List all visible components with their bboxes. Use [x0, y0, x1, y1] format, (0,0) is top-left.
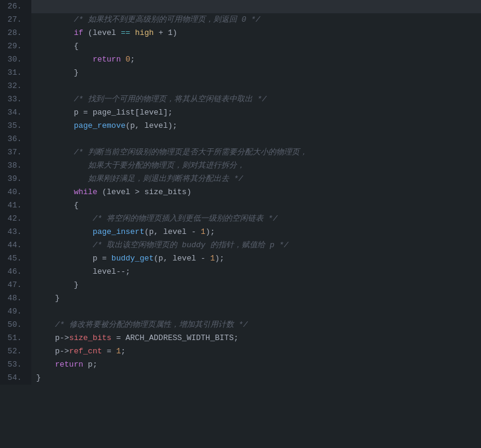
line-number: 54.	[0, 371, 31, 385]
line-content: level--;	[31, 265, 481, 279]
code-line: 39. 如果刚好满足，则退出判断将其分配出去 */	[0, 172, 481, 186]
line-number: 30.	[0, 53, 31, 66]
code-line: 48. }	[0, 292, 481, 305]
token-c-plain: ;	[121, 347, 125, 356]
token-c-plain: = ARCH_ADDRESS_WIDTH_BITS;	[112, 333, 239, 342]
line-content: /* 取出该空闲物理页的 buddy 的指针，赋值给 p */	[31, 239, 481, 252]
token-c-high: high	[135, 28, 154, 37]
token-c-plain: (p, level);	[125, 121, 177, 130]
token-c-comment: /* 判断当前空闲级别的物理页是否大于所需要分配大小的物理页，	[74, 148, 307, 157]
code-line: 31. }	[0, 66, 481, 80]
token-c-plain: level--;	[93, 267, 130, 276]
line-content: while (level > size_bits)	[31, 186, 481, 199]
line-content: {	[31, 40, 481, 53]
line-number: 27.	[0, 13, 31, 27]
code-line: 43. page_insert(p, level - 1);	[0, 226, 481, 239]
line-number: 52.	[0, 345, 31, 358]
line-content: p = page_list[level];	[31, 106, 481, 119]
token-c-func: buddy_get	[112, 254, 154, 263]
line-number: 49.	[0, 305, 31, 318]
token-c-comment: 如果刚好满足，则退出判断将其分配出去 */	[88, 174, 243, 183]
code-line: 50. /* 修改将要被分配的物理页属性，增加其引用计数 */	[0, 318, 481, 332]
line-number: 37.	[0, 146, 31, 159]
line-content: /* 将空闲的物理页插入到更低一级别的空闲链表 */	[31, 212, 481, 226]
token-c-plain: );	[206, 227, 215, 236]
token-c-plain: =	[102, 347, 116, 356]
token-c-plain: {	[74, 42, 78, 51]
line-number: 31.	[0, 66, 31, 80]
line-number: 28.	[0, 27, 31, 40]
code-line: 26.	[0, 0, 481, 13]
line-content: if (level == high + 1)	[31, 27, 481, 40]
code-line: 42. /* 将空闲的物理页插入到更低一级别的空闲链表 */	[0, 212, 481, 226]
token-c-func: page_insert	[93, 227, 145, 236]
line-content	[31, 305, 481, 318]
token-c-plain: }	[55, 294, 60, 303]
line-content: }	[31, 292, 481, 305]
token-c-comment: /* 取出该空闲物理页的 buddy 的指针，赋值给 p */	[93, 241, 289, 250]
code-line: 30. return 0;	[0, 53, 481, 66]
token-c-plain: (level > size_bits)	[97, 188, 191, 197]
code-line: 38. 如果大于要分配的物理页，则对其进行拆分，	[0, 159, 481, 172]
line-number: 26.	[0, 0, 31, 13]
code-line: 52. p->ref_cnt = 1;	[0, 345, 481, 358]
line-number: 32.	[0, 80, 31, 93]
token-c-plain: }	[74, 68, 78, 77]
code-line: 41. {	[0, 199, 481, 212]
code-line: 35. page_remove(p, level);	[0, 119, 481, 133]
line-content: /* 判断当前空闲级别的物理页是否大于所需要分配大小的物理页，	[31, 146, 481, 159]
code-line: 28. if (level == high + 1)	[0, 27, 481, 40]
line-content: }	[31, 279, 481, 292]
line-number: 53.	[0, 358, 31, 371]
code-line: 40. while (level > size_bits)	[0, 186, 481, 199]
token-c-comment: 如果大于要分配的物理页，则对其进行拆分，	[88, 161, 245, 170]
token-c-comment: /* 修改将要被分配的物理页属性，增加其引用计数 */	[55, 320, 248, 329]
line-number: 40.	[0, 186, 31, 199]
token-c-comment: /* 如果找不到更高级别的可用物理页，则返回 0 */	[74, 15, 260, 24]
line-number: 34.	[0, 106, 31, 119]
line-content: p = buddy_get(p, level - 1);	[31, 252, 481, 265]
code-editor: 26. 27. /* 如果找不到更高级别的可用物理页，则返回 0 */28. i…	[0, 0, 481, 448]
token-c-func: page_remove	[74, 121, 125, 130]
line-content: return 0;	[31, 53, 481, 66]
token-c-plain: (p, level -	[144, 227, 201, 236]
code-line: 54.}	[0, 371, 481, 385]
code-line: 29. {	[0, 40, 481, 53]
line-number: 47.	[0, 279, 31, 292]
code-line: 53. return p;	[0, 358, 481, 371]
code-line: 36.	[0, 133, 481, 146]
line-number: 38.	[0, 159, 31, 172]
line-number: 39.	[0, 172, 31, 186]
code-line: 44. /* 取出该空闲物理页的 buddy 的指针，赋值给 p */	[0, 239, 481, 252]
line-number: 43.	[0, 226, 31, 239]
token-c-number: 1	[210, 254, 215, 263]
token-c-plain: {	[74, 201, 78, 210]
token-c-keyword: return	[55, 360, 83, 369]
line-number: 33.	[0, 93, 31, 106]
line-number: 29.	[0, 40, 31, 53]
line-content: }	[31, 66, 481, 80]
code-line: 33. /* 找到一个可用的物理页，将其从空闲链表中取出 */	[0, 93, 481, 106]
token-c-plain: }	[36, 373, 41, 382]
token-c-plain: }	[74, 280, 78, 289]
token-c-keyword: return	[93, 55, 121, 64]
token-c-comment: /* 找到一个可用的物理页，将其从空闲链表中取出 */	[74, 95, 266, 104]
token-c-plain: p->	[55, 333, 69, 342]
line-number: 46.	[0, 265, 31, 279]
token-c-number: 1	[201, 227, 206, 236]
token-c-comment: /* 将空闲的物理页插入到更低一级别的空闲链表 */	[93, 214, 278, 223]
token-c-plain: p->	[55, 347, 69, 356]
line-content: 如果大于要分配的物理页，则对其进行拆分，	[31, 159, 481, 172]
line-content	[31, 0, 481, 13]
line-content: p->size_bits = ARCH_ADDRESS_WIDTH_BITS;	[31, 332, 481, 345]
token-c-plain: (level	[83, 28, 121, 37]
token-c-plain: p;	[83, 360, 97, 369]
line-number: 41.	[0, 199, 31, 212]
line-number: 36.	[0, 133, 31, 146]
code-line: 37. /* 判断当前空闲级别的物理页是否大于所需要分配大小的物理页，	[0, 146, 481, 159]
token-c-keyword: while	[74, 188, 97, 197]
line-content: /* 修改将要被分配的物理页属性，增加其引用计数 */	[31, 318, 481, 332]
token-c-var: size_bits	[69, 333, 112, 342]
code-line: 32.	[0, 80, 481, 93]
line-number: 51.	[0, 332, 31, 345]
